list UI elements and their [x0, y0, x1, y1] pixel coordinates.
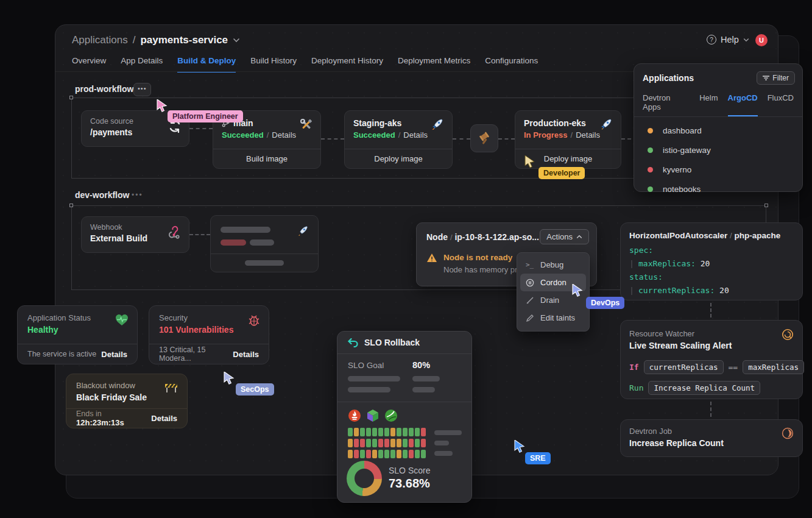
actions-label: Actions	[546, 232, 573, 241]
pointer-icon	[156, 99, 169, 113]
gavel-icon	[476, 130, 492, 146]
staging-pipeline-card[interactable]: Staging-aks Succeeded / Details Deploy i…	[344, 110, 453, 169]
tab-configurations[interactable]: Configurations	[485, 56, 538, 73]
operator: ==	[729, 363, 738, 372]
app-list-item[interactable]: istio-gateway	[634, 140, 802, 160]
skeleton-bar	[434, 441, 449, 445]
green-ball-icon	[384, 409, 398, 422]
details-link[interactable]: Details	[101, 350, 127, 359]
applications-tabs: Devtron Apps Helm ArgoCD FluxCD	[634, 85, 802, 116]
details-link[interactable]: Details	[151, 414, 177, 423]
skeleton-bar	[250, 239, 274, 246]
slo-score-label: SLO Score	[389, 466, 430, 475]
selection-handle[interactable]	[764, 204, 768, 207]
connector	[710, 303, 711, 318]
heat-cell	[390, 428, 395, 436]
selection-handle[interactable]	[69, 96, 73, 99]
heart-pulse-icon	[115, 314, 129, 326]
devtron-job-card[interactable]: Devtron Job Increase Replica Count	[620, 419, 803, 457]
staging-details-link[interactable]: Details	[403, 130, 428, 140]
blackout-window-card[interactable]: Blackout window Black Friday Sale Ends i…	[66, 374, 188, 428]
separator: /	[450, 233, 453, 242]
connector	[189, 234, 210, 235]
resource-watcher-card[interactable]: Resource Watcher Live Stream Scaling Ale…	[620, 320, 803, 399]
rocket-icon	[599, 117, 613, 132]
heat-cell	[384, 439, 389, 447]
heat-cell	[366, 439, 371, 447]
filter-button[interactable]: Filter	[757, 71, 795, 85]
webhook-card[interactable]: Webhook External Build	[81, 216, 189, 253]
skeleton-pipeline-card[interactable]	[210, 215, 319, 272]
menu-item-label: Drain	[540, 296, 559, 305]
heat-cell	[348, 450, 353, 458]
heat-cell	[372, 450, 377, 458]
application-status-card[interactable]: Application Status Healthy The service i…	[17, 305, 138, 364]
hpa-card[interactable]: HorizontalPodAutoscaler / php-apache spe…	[620, 222, 803, 300]
app-list-item[interactable]: dashboard	[634, 121, 802, 140]
status-dot	[648, 186, 653, 192]
condition-right-chip: maxReplicas	[743, 360, 804, 374]
heat-cell	[372, 439, 377, 447]
application-status-footer: The service is active	[27, 350, 96, 358]
avatar[interactable]: U	[755, 34, 768, 46]
approval-gavel-node[interactable]	[470, 124, 498, 152]
cursor-label-platform-engineer: Platform Engineer	[168, 110, 243, 122]
heat-cell	[409, 439, 414, 447]
actions-button[interactable]: Actions	[540, 229, 589, 244]
help-menu[interactable]: ? Help	[707, 35, 749, 44]
dev-workflow-menu-button[interactable]: •••	[132, 191, 143, 199]
heat-cell	[397, 450, 401, 458]
menu-item-edit-taints[interactable]: Edit taints	[520, 309, 586, 327]
tab-deployment-metrics[interactable]: Deployment Metrics	[398, 56, 470, 73]
heat-cell	[354, 450, 359, 458]
staging-deploy-action[interactable]: Deploy image	[345, 149, 452, 168]
separator: /	[398, 130, 401, 140]
yaml-key: spec:	[629, 246, 653, 255]
build-image-action[interactable]: Build image	[213, 149, 320, 168]
security-card[interactable]: Security 101 Vulnerabilities 13 Critical…	[149, 305, 269, 364]
tab-helm[interactable]: Helm	[699, 93, 718, 116]
heat-cell	[421, 450, 426, 458]
tab-argocd[interactable]: ArgoCD	[728, 93, 758, 116]
tab-build-deploy[interactable]: Build & Deploy	[177, 56, 236, 73]
connector	[498, 138, 515, 140]
tab-build-history[interactable]: Build History	[250, 56, 297, 73]
details-link[interactable]: Details	[233, 350, 259, 359]
prod-workflow-menu-button[interactable]: •••	[133, 83, 151, 96]
indent-guide	[631, 260, 632, 268]
connector	[321, 138, 344, 140]
selection-handle[interactable]	[69, 204, 73, 207]
cursor-label-secops: SecOps	[236, 383, 274, 396]
heat-cell	[421, 428, 426, 436]
chevron-down-icon[interactable]	[233, 38, 240, 43]
tab-app-details[interactable]: App Details	[121, 56, 163, 73]
slo-donut	[347, 461, 382, 496]
menu-item-debug[interactable]: >_ Debug	[520, 256, 586, 274]
build-details-link[interactable]: Details	[272, 130, 296, 140]
blackout-countdown: 12h:23m:13s	[76, 418, 124, 427]
tab-devtron-apps[interactable]: Devtron Apps	[643, 93, 690, 116]
node-warning-title: Node is not ready	[443, 253, 522, 262]
heat-cell	[403, 428, 408, 436]
app-list-item[interactable]: notebooks	[634, 179, 802, 199]
tab-overview[interactable]: Overview	[72, 56, 106, 73]
app-list-item[interactable]: kyverno	[634, 160, 802, 179]
cursor-label-devops: DevOps	[586, 297, 624, 309]
production-details-link[interactable]: Details	[576, 130, 600, 140]
status-dot	[648, 167, 653, 172]
menu-item-label: Cordon	[540, 278, 567, 287]
undo-arrow-icon	[348, 338, 358, 347]
crescent-circle-icon	[782, 427, 794, 439]
breadcrumb-root[interactable]: Applications	[72, 34, 128, 46]
cursor-label-developer: Developer	[538, 167, 585, 179]
pointer-icon	[223, 372, 236, 385]
tab-deployment-history[interactable]: Deployment History	[311, 56, 383, 73]
hpa-name: php-apache	[734, 231, 780, 240]
heat-cell	[360, 439, 365, 447]
help-icon: ?	[707, 35, 716, 44]
node-name: ip-10-8-1-122.ap-so...	[454, 232, 539, 242]
tab-fluxcd[interactable]: FluxCD	[768, 93, 794, 116]
node-kind: Node	[426, 232, 448, 242]
blackout-title: Black Friday Sale	[76, 392, 187, 402]
breadcrumb-separator: /	[133, 34, 136, 46]
